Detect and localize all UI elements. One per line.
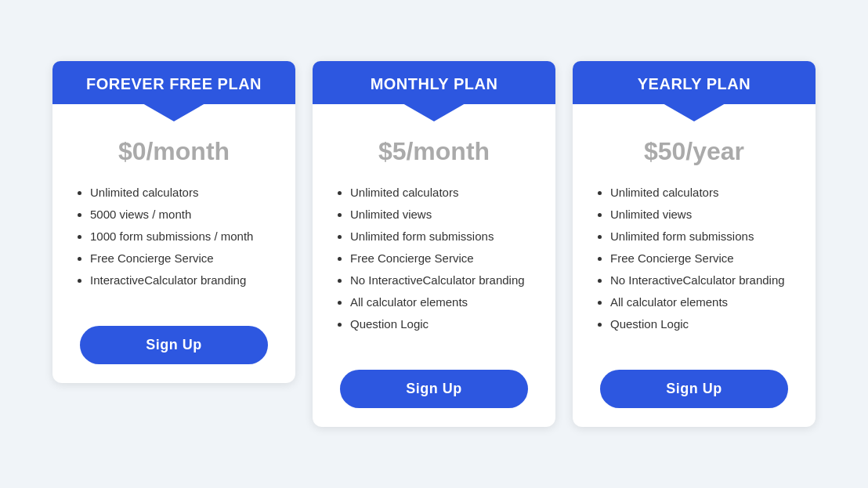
feature-item: No InteractiveCalculator branding (350, 271, 535, 290)
feature-item: Unlimited calculators (610, 183, 795, 202)
feature-item: Free Concierge Service (610, 249, 795, 268)
feature-item: Unlimited views (350, 205, 535, 224)
feature-item: All calculator elements (610, 293, 795, 312)
feature-item: InteractiveCalculator branding (90, 271, 275, 290)
signup-button-forever-free[interactable]: Sign Up (80, 326, 268, 364)
feature-item: Question Logic (610, 315, 795, 334)
signup-button-yearly[interactable]: Sign Up (600, 370, 788, 408)
plan-price-yearly: $50/year (593, 137, 795, 166)
feature-item: No InteractiveCalculator branding (610, 271, 795, 290)
feature-item: Free Concierge Service (350, 249, 535, 268)
plans-container: FOREVER FREE PLAN$0/monthUnlimited calcu… (21, 38, 847, 450)
feature-item: All calculator elements (350, 293, 535, 312)
plan-body-yearly: $50/yearUnlimited calculatorsUnlimited v… (573, 104, 816, 356)
feature-item: 1000 form submissions / month (90, 227, 275, 246)
plan-card-monthly: MONTHLY PLAN$5/monthUnlimited calculator… (313, 61, 555, 427)
plan-footer-monthly: Sign Up (313, 356, 555, 427)
plan-price-monthly: $5/month (333, 137, 535, 166)
plan-card-yearly: YEARLY PLAN$50/yearUnlimited calculators… (573, 61, 816, 427)
feature-item: Unlimited form submissions (610, 227, 795, 246)
plan-features-monthly: Unlimited calculatorsUnlimited viewsUnli… (333, 183, 535, 337)
feature-item: 5000 views / month (90, 205, 275, 224)
plan-header-forever-free: FOREVER FREE PLAN (52, 61, 295, 104)
feature-item: Question Logic (350, 315, 535, 334)
feature-item: Unlimited form submissions (350, 227, 535, 246)
feature-item: Unlimited calculators (350, 183, 535, 202)
plan-body-monthly: $5/monthUnlimited calculatorsUnlimited v… (313, 104, 555, 356)
plan-features-forever-free: Unlimited calculators5000 views / month1… (73, 183, 275, 293)
plan-footer-yearly: Sign Up (573, 356, 816, 427)
plan-header-monthly: MONTHLY PLAN (313, 61, 555, 104)
plan-features-yearly: Unlimited calculatorsUnlimited viewsUnli… (593, 183, 795, 337)
feature-item: Unlimited calculators (90, 183, 275, 202)
signup-button-monthly[interactable]: Sign Up (340, 370, 528, 408)
plan-price-forever-free: $0/month (73, 137, 275, 166)
plan-footer-forever-free: Sign Up (52, 312, 295, 383)
plan-body-forever-free: $0/monthUnlimited calculators5000 views … (52, 104, 295, 312)
feature-item: Unlimited views (610, 205, 795, 224)
plan-header-yearly: YEARLY PLAN (573, 61, 816, 104)
plan-card-forever-free: FOREVER FREE PLAN$0/monthUnlimited calcu… (52, 61, 295, 383)
feature-item: Free Concierge Service (90, 249, 275, 268)
